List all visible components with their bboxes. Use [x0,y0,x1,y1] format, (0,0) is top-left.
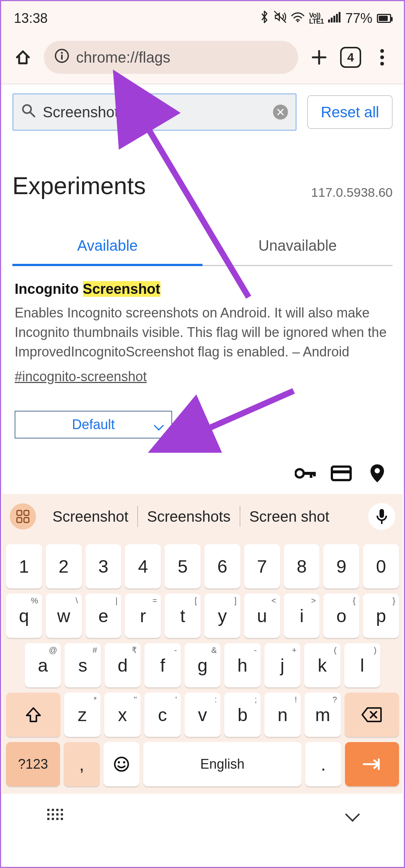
key-2[interactable]: 2 [46,544,82,588]
key-6[interactable]: 6 [204,544,240,588]
reset-all-label: Reset all [321,104,379,121]
key-5[interactable]: 5 [165,544,201,588]
url-text: chrome://flags [76,49,170,66]
key-o[interactable]: o{ [323,594,359,638]
tab-available[interactable]: Available [12,237,202,266]
enter-key[interactable] [345,742,399,786]
keyboard-toolbar [2,453,403,494]
battery-icon [377,14,391,23]
emoji-key[interactable] [104,742,140,786]
svg-point-31 [123,761,125,763]
comma-key[interactable]: , [64,742,100,786]
apps-icon[interactable] [10,503,36,530]
backspace-key[interactable] [345,693,399,737]
svg-point-0 [297,20,299,22]
key-t[interactable]: t[ [165,594,201,638]
flag-title-prefix: Incognito [15,281,83,297]
svg-rect-25 [17,518,22,522]
clear-search-button[interactable] [273,105,288,120]
suggestion-1[interactable]: Screenshot [44,508,137,525]
key-b[interactable]: b; [224,693,261,737]
url-bar[interactable]: chrome://flags [44,41,298,74]
tab-unavailable[interactable]: Unavailable [202,237,393,266]
hide-keyboard-icon[interactable] [345,807,360,822]
key-z[interactable]: z* [64,693,100,737]
key-v[interactable]: v: [184,693,221,737]
flag-description: Enables Incognito screenshots on Android… [15,303,390,362]
key-q[interactable]: q% [6,594,42,638]
key-u[interactable]: u< [244,594,280,638]
flags-search-box[interactable]: Screenshot [12,93,297,131]
period-key[interactable]: . [305,742,341,786]
status-bar: 13:38 Vo))LTE1 77% [1,1,404,36]
home-button[interactable] [12,46,34,69]
svg-rect-26 [24,518,29,522]
status-right: Vo))LTE1 77% [260,10,391,27]
info-icon [54,48,69,67]
key-1[interactable]: 1 [6,544,42,588]
key-j[interactable]: j+ [264,643,300,687]
key-9[interactable]: 9 [323,544,359,588]
flag-hash-link[interactable]: #incognito-screenshot [15,369,147,385]
payment-card-icon[interactable] [331,463,352,484]
tab-switcher-button[interactable]: 4 [340,47,361,68]
svg-rect-1 [328,19,330,22]
key-f[interactable]: f- [144,643,180,687]
key-7[interactable]: 7 [244,544,280,588]
vibrate-mute-icon [274,10,286,26]
key-e[interactable]: e| [86,594,122,638]
key-x[interactable]: x" [104,693,141,737]
flag-state-select[interactable]: Default [15,411,172,438]
flags-search-value: Screenshot [43,104,266,121]
mic-button[interactable] [368,503,395,530]
keyboard-area: Screenshot Screenshots Screen shot 12345… [2,453,403,866]
svg-rect-18 [310,472,312,478]
suggestion-2[interactable]: Screenshots [138,508,239,525]
keyboard-switch-icon[interactable] [47,809,63,820]
key-l[interactable]: l) [344,643,380,687]
svg-rect-23 [17,510,22,515]
key-w[interactable]: w\ [46,594,82,638]
location-pin-icon[interactable] [367,463,388,484]
key-0[interactable]: 0 [363,544,399,588]
svg-point-11 [380,62,384,66]
suggestion-3[interactable]: Screen shot [240,508,338,525]
svg-point-22 [375,468,380,473]
signal-icon [328,12,341,25]
svg-point-10 [380,55,384,59]
system-navbar [2,794,403,835]
symbols-key[interactable]: ?123 [6,742,60,786]
page-title: Experiments [12,172,146,200]
search-icon [21,103,36,121]
password-key-icon[interactable] [295,463,316,484]
key-c[interactable]: c' [144,693,181,737]
key-m[interactable]: m? [304,693,341,737]
key-8[interactable]: 8 [284,544,320,588]
key-g[interactable]: g& [184,643,220,687]
shift-key[interactable] [6,693,60,737]
key-n[interactable]: n! [264,693,301,737]
flags-tabs: Available Unavailable [12,237,393,266]
keyboard: 1234567890 q%w\e|r=t[y]u<i>o{p} a@s#d₹f-… [2,539,403,794]
key-a[interactable]: a@ [25,643,61,687]
flag-entry: Incognito Screenshot Enables Incognito s… [12,266,393,438]
key-4[interactable]: 4 [125,544,161,588]
key-k[interactable]: k( [304,643,340,687]
battery-percent: 77% [345,10,372,26]
overflow-menu-button[interactable] [371,46,393,69]
tab-count: 4 [347,51,354,64]
new-tab-button[interactable] [308,46,330,69]
svg-rect-5 [339,12,340,22]
key-3[interactable]: 3 [86,544,122,588]
bluetooth-icon [260,10,269,27]
key-y[interactable]: y] [204,594,240,638]
key-p[interactable]: p} [363,594,399,638]
key-s[interactable]: s# [64,643,100,687]
svg-rect-24 [24,510,29,515]
key-h[interactable]: h- [224,643,260,687]
key-i[interactable]: i> [284,594,320,638]
key-d[interactable]: d₹ [105,643,141,687]
space-key[interactable]: English [143,742,302,786]
key-r[interactable]: r= [125,594,161,638]
reset-all-button[interactable]: Reset all [307,95,393,129]
